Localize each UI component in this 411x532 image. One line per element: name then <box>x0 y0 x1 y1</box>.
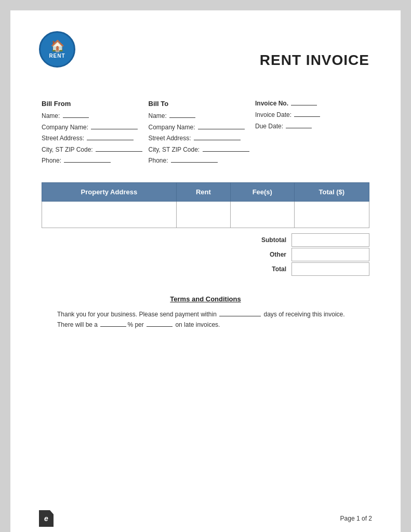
logo-circle: 🏠 RENT <box>39 31 75 68</box>
invoice-details-block: Invoice No. Invoice Date: Due Date: <box>255 100 369 167</box>
bill-from-heading: Bill From <box>42 100 149 108</box>
invoice-date-label: Invoice Date: <box>255 111 291 118</box>
property-address-cell <box>42 201 177 228</box>
due-date-row: Due Date: <box>255 123 369 130</box>
other-label: Other <box>188 251 291 258</box>
col-property-address: Property Address <box>42 182 177 201</box>
percent-blank <box>100 326 126 327</box>
bill-to-block: Bill To Name: Company Name: Street Addre… <box>149 100 256 167</box>
other-value <box>291 248 369 261</box>
logo-area: 🏠 RENT <box>39 31 75 68</box>
total-cell <box>294 201 369 228</box>
city-label: City, ST ZIP Code: <box>42 146 93 153</box>
rent-cell <box>176 201 230 228</box>
page-number: Page 1 of 2 <box>340 515 372 522</box>
bill-to-heading: Bill To <box>149 100 256 108</box>
due-date-label: Due Date: <box>255 123 283 130</box>
summary-inner: Subtotal Other Total <box>188 233 369 277</box>
total-row: Total <box>188 262 369 276</box>
terms-title: Terms and Conditions <box>42 295 369 303</box>
invoice-page: 🏠 RENT RENT INVOICE Bill From Name: Comp… <box>10 10 401 532</box>
other-row: Other <box>188 248 369 261</box>
col-total: Total ($) <box>294 182 369 201</box>
name-label: Name: <box>42 112 60 119</box>
company-label: Company Name: <box>42 124 88 131</box>
bill-from-block: Bill From Name: Company Name: Street Add… <box>42 100 149 167</box>
footer: Page 1 of 2 <box>39 510 372 527</box>
bill-to-name-label: Name: <box>149 112 167 119</box>
table-row <box>42 201 369 228</box>
bill-to-phone-label: Phone: <box>149 157 168 164</box>
subtotal-label: Subtotal <box>188 236 291 244</box>
bill-from-fields: Name: Company Name: Street Address: City… <box>42 111 149 167</box>
bill-to-street-label: Street Address: <box>149 135 191 142</box>
street-label: Street Address: <box>42 135 84 142</box>
logo-house-icon: 🏠 <box>50 41 64 52</box>
terms-section: Terms and Conditions Thank you for your … <box>42 295 369 330</box>
invoice-no-row: Invoice No. <box>255 100 369 107</box>
invoice-table: Property Address Rent Fee(s) Total ($) <box>42 182 369 228</box>
subtotal-row: Subtotal <box>188 233 369 247</box>
phone-label: Phone: <box>42 157 61 164</box>
terms-body: Thank you for your business. Please send… <box>42 309 369 330</box>
logo-text: RENT <box>49 53 65 59</box>
days-blank <box>219 316 261 316</box>
invoice-date-row: Invoice Date: <box>255 111 369 118</box>
period-blank <box>147 326 173 327</box>
page-title: RENT INVOICE <box>42 52 369 69</box>
col-rent: Rent <box>176 182 230 201</box>
col-fees: Fee(s) <box>231 182 295 201</box>
billing-section: Bill From Name: Company Name: Street Add… <box>42 100 369 167</box>
bill-to-fields: Name: Company Name: Street Address: City… <box>149 111 256 167</box>
fees-cell <box>231 201 295 228</box>
subtotal-value <box>291 233 369 247</box>
bill-to-company-label: Company Name: <box>149 124 195 131</box>
bill-to-city-label: City, ST ZIP Code: <box>149 146 200 153</box>
footer-doc-icon <box>39 510 54 527</box>
total-label: Total <box>188 265 291 273</box>
summary-wrapper: Subtotal Other Total <box>42 233 369 277</box>
title-area: RENT INVOICE <box>42 36 369 69</box>
total-value <box>291 262 369 276</box>
table-header-row: Property Address Rent Fee(s) Total ($) <box>42 182 369 201</box>
invoice-no-label: Invoice No. <box>255 100 288 107</box>
